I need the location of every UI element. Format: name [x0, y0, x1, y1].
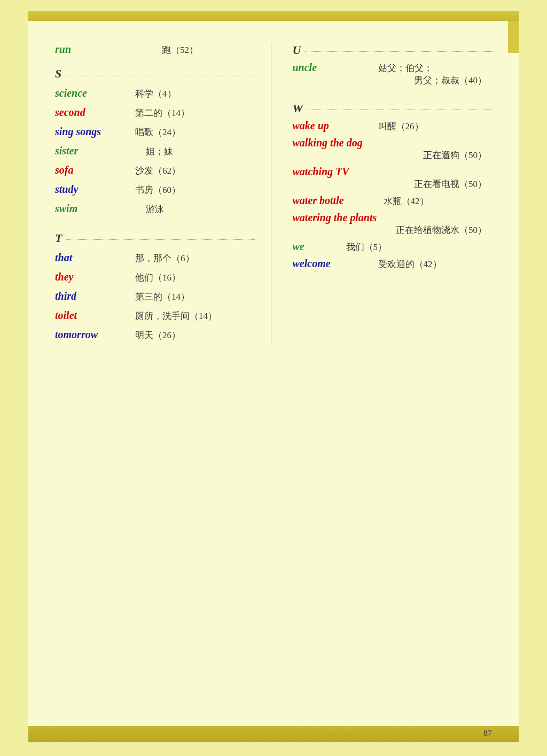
def-welcome: 受欢迎的（42） — [378, 258, 442, 270]
entry-toilet: toilet 厕所，洗手间（14） — [55, 307, 255, 323]
entry-watering-plants: watering the plants 正在给植物浇水（50） — [293, 212, 493, 236]
word-watching-tv: watching TV — [293, 166, 493, 178]
w-divider — [307, 110, 492, 110]
entry-welcome: welcome 受欢迎的（42） — [293, 258, 493, 270]
bottom-bar — [28, 726, 519, 742]
entry-wake-up: wake up 叫醒（26） — [293, 120, 493, 133]
def-watching-tv: 正在看电视（50） — [293, 178, 493, 190]
def-swim: 游泳 — [146, 202, 164, 216]
u-divider — [305, 51, 492, 52]
entry-science: science 科学（4） — [55, 85, 255, 101]
entry-uncle: uncle 姑父；伯父； 男父；叔叔（40） — [293, 61, 493, 87]
word-sing-songs: sing songs — [55, 123, 130, 139]
word-walking-dog: walking the dog — [293, 137, 493, 149]
word-tomorrow: tomorrow — [55, 326, 130, 342]
page-number: 87 — [483, 728, 492, 738]
def-sofa: 沙发（62） — [135, 164, 181, 178]
entry-water-bottle: water bottle 水瓶（42） — [293, 194, 493, 207]
left-column: run 跑（52） S science 科学（4） second 第二的（14）… — [55, 43, 271, 346]
def-they: 他们（16） — [135, 271, 181, 285]
word-they: they — [55, 269, 130, 285]
word-run: run — [55, 43, 130, 56]
entry-tomorrow: tomorrow 明天（26） — [55, 326, 255, 342]
run-entry: run 跑（52） — [55, 43, 255, 56]
entry-swim: swim 游泳 — [55, 200, 255, 216]
section-w-letter: W — [293, 102, 303, 115]
entry-we: we 我们（5） — [293, 240, 493, 253]
entry-sofa: sofa 沙发（62） — [55, 162, 255, 178]
word-water-bottle: water bottle — [293, 194, 378, 207]
entry-walking-dog: walking the dog 正在遛狗（50） — [293, 137, 493, 161]
section-t-header: T — [55, 231, 255, 245]
def-walking-dog: 正在遛狗（50） — [293, 149, 493, 161]
word-second: second — [55, 104, 130, 120]
word-sister: sister — [55, 143, 140, 159]
word-science: science — [55, 85, 130, 101]
word-swim: swim — [55, 200, 140, 216]
right-column: U uncle 姑父；伯父； 男父；叔叔（40） W wake up 叫醒（26… — [271, 43, 493, 346]
def-watering-plants: 正在给植物浇水（50） — [293, 224, 493, 236]
section-t-letter: T — [55, 231, 62, 245]
def-toilet: 厕所，洗手间（14） — [135, 309, 217, 323]
def-we: 我们（5） — [346, 241, 387, 253]
word-study: study — [55, 181, 130, 197]
section-u-header: U — [293, 43, 493, 57]
t-divider — [66, 239, 254, 240]
entry-sister: sister 姐；妹 — [55, 143, 255, 159]
def-uncle-line2: 男父；叔叔（40） — [293, 74, 493, 87]
def-sister: 姐；妹 — [146, 145, 173, 159]
def-study: 书房（60） — [135, 183, 181, 197]
uncle-word-line: uncle 姑父；伯父； — [293, 61, 493, 74]
def-sing-songs: 唱歌（24） — [135, 126, 181, 139]
entry-second: second 第二的（14） — [55, 104, 255, 120]
entry-sing-songs: sing songs 唱歌（24） — [55, 123, 255, 139]
def-tomorrow: 明天（26） — [135, 329, 181, 342]
entry-watching-tv: watching TV 正在看电视（50） — [293, 166, 493, 190]
def-water-bottle: 水瓶（42） — [384, 195, 429, 207]
def-second: 第二的（14） — [135, 106, 190, 120]
word-that: that — [55, 250, 130, 266]
def-third: 第三的（14） — [135, 290, 190, 304]
gold-accent — [508, 21, 519, 53]
def-that: 那，那个（6） — [135, 252, 194, 266]
word-watering-plants: watering the plants — [293, 212, 493, 224]
section-s-header: S — [55, 67, 255, 81]
word-uncle: uncle — [293, 61, 373, 74]
def-run: 跑（52） — [162, 44, 198, 56]
content: run 跑（52） S science 科学（4） second 第二的（14）… — [55, 33, 492, 346]
section-u-letter: U — [293, 43, 301, 57]
def-wake-up: 叫醒（26） — [378, 120, 424, 133]
s-divider — [66, 75, 254, 75]
entry-third: third 第三的（14） — [55, 288, 255, 304]
entry-that: that 那，那个（6） — [55, 250, 255, 266]
top-bar — [28, 11, 519, 21]
section-s-letter: S — [55, 67, 61, 81]
word-third: third — [55, 288, 130, 304]
entry-study: study 书房（60） — [55, 181, 255, 197]
word-we: we — [293, 240, 346, 253]
def-science: 科学（4） — [135, 87, 176, 101]
def-uncle-line1: 姑父；伯父； — [378, 62, 433, 74]
word-welcome: welcome — [293, 258, 378, 270]
page: run 跑（52） S science 科学（4） second 第二的（14）… — [28, 11, 519, 743]
entry-they: they 他们（16） — [55, 269, 255, 285]
section-w-header: W — [293, 102, 493, 115]
word-wake-up: wake up — [293, 120, 378, 132]
word-sofa: sofa — [55, 162, 130, 178]
word-toilet: toilet — [55, 307, 130, 323]
